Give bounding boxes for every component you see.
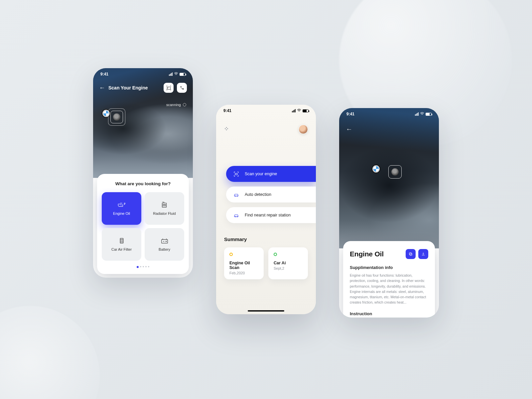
- tile-label: Engine Oil: [113, 211, 130, 215]
- engine-photo: [339, 108, 439, 248]
- detail-sheet: Engine Oil Supplimentation info Engine o…: [343, 241, 435, 318]
- scan-reticle-icon: [388, 165, 402, 179]
- summary-cards-row[interactable]: Engine Oil Scan Feb,2020 Car Ai Sept,2: [224, 247, 308, 279]
- page-title: Scan Your Engine: [108, 85, 160, 90]
- svg-point-6: [225, 128, 225, 129]
- avatar[interactable]: [299, 125, 308, 134]
- status-time: 9:41: [346, 112, 354, 116]
- wifi-icon: [420, 112, 424, 116]
- svg-rect-0: [167, 87, 170, 89]
- summary-card-date: Feb,2020: [229, 271, 258, 275]
- action-label: Scan your engine: [245, 172, 277, 176]
- action-label: Find nearst repair station: [245, 213, 291, 217]
- status-dot-icon: [229, 253, 233, 256]
- call-button[interactable]: [177, 83, 187, 93]
- sheet-title: What are you looking for?: [102, 181, 184, 186]
- action-scan-engine[interactable]: Scan your engine: [226, 166, 316, 182]
- signal-icon: [415, 112, 419, 116]
- tile-battery[interactable]: Battery: [145, 228, 184, 261]
- copy-button[interactable]: [406, 249, 416, 259]
- status-bar: 9:41: [93, 68, 193, 80]
- car-location-icon: [233, 212, 239, 218]
- battery-icon: [303, 109, 309, 112]
- page-indicator: [102, 266, 184, 268]
- action-find-repair[interactable]: Find nearst repair station: [226, 207, 316, 223]
- action-label: Auto detection: [245, 192, 271, 197]
- radiator-icon: [160, 201, 169, 208]
- home-indicator[interactable]: [248, 310, 284, 312]
- summary-card-date: Sept,2: [274, 266, 303, 270]
- svg-point-5: [226, 127, 227, 128]
- tile-label: Radiator Fluid: [153, 211, 176, 215]
- tile-air-filter[interactable]: Car Air Filter: [102, 228, 141, 261]
- menu-icon[interactable]: [224, 126, 229, 132]
- car-battery-icon: [160, 237, 169, 244]
- scan-status-label: scanning: [166, 103, 181, 107]
- summary-card[interactable]: Car Ai Sept,2: [268, 247, 308, 279]
- summary-card-title: Car Ai: [274, 261, 303, 265]
- engine-oil-icon: [117, 201, 126, 208]
- download-button[interactable]: [418, 249, 428, 259]
- battery-icon: [180, 73, 186, 76]
- svg-rect-14: [410, 253, 412, 255]
- tile-label: Battery: [159, 247, 170, 251]
- status-dot-icon: [274, 253, 277, 256]
- status-time: 9:41: [100, 72, 108, 76]
- bmw-badge-icon: [372, 165, 380, 173]
- action-list: Scan your engine Auto detection Find nea…: [216, 166, 316, 223]
- tile-engine-oil[interactable]: Engine Oil: [102, 192, 141, 225]
- air-filter-icon: [117, 237, 126, 244]
- phone-home-screen: 9:41 Scan your engine: [216, 105, 316, 314]
- detail-title: Engine Oil: [350, 250, 403, 258]
- wifi-icon: [297, 109, 301, 113]
- category-sheet: What are you looking for? Engine Oil Rad…: [97, 174, 189, 274]
- signal-icon: [292, 109, 296, 112]
- status-time: 9:41: [223, 108, 231, 113]
- svg-point-1: [124, 203, 125, 204]
- svg-rect-9: [235, 173, 237, 175]
- wifi-icon: [174, 72, 178, 76]
- svg-rect-15: [409, 253, 411, 255]
- phone-detail-screen: 9:41 ← Engine Oil Supplimentation info E…: [339, 108, 439, 318]
- section-body: Engine oil has four functions: lubricati…: [350, 273, 428, 305]
- back-arrow-icon[interactable]: ←: [99, 85, 105, 91]
- battery-icon: [426, 113, 432, 116]
- status-bar: 9:41: [216, 105, 316, 117]
- summary-card-title: Engine Oil Scan: [229, 261, 258, 270]
- svg-point-7: [227, 128, 228, 129]
- signal-icon: [169, 72, 173, 76]
- svg-point-8: [226, 129, 227, 130]
- back-arrow-icon[interactable]: ←: [346, 125, 352, 133]
- car-icon: [233, 192, 239, 198]
- scan-status: scanning: [166, 103, 186, 107]
- summary-card[interactable]: Engine Oil Scan Feb,2020: [224, 247, 264, 279]
- action-auto-detection[interactable]: Auto detection: [226, 187, 316, 202]
- summary-heading: Summary: [224, 236, 308, 242]
- section-heading: Supplimentation info: [350, 265, 428, 270]
- screen-header: ← Scan Your Engine: [93, 83, 193, 93]
- tile-radiator-fluid[interactable]: Radiator Fluid: [145, 192, 184, 225]
- section-heading: Instruction: [350, 311, 428, 316]
- scan-status-indicator-icon: [183, 103, 186, 106]
- tile-label: Car Air Filter: [111, 247, 132, 251]
- scan-icon: [233, 171, 239, 177]
- phone-scan-screen: 9:41 ← Scan Your Engine scanning What ar…: [93, 68, 193, 278]
- status-bar: 9:41: [339, 108, 439, 120]
- scan-reticle-icon: [110, 111, 123, 123]
- camera-mode-button[interactable]: [164, 83, 174, 93]
